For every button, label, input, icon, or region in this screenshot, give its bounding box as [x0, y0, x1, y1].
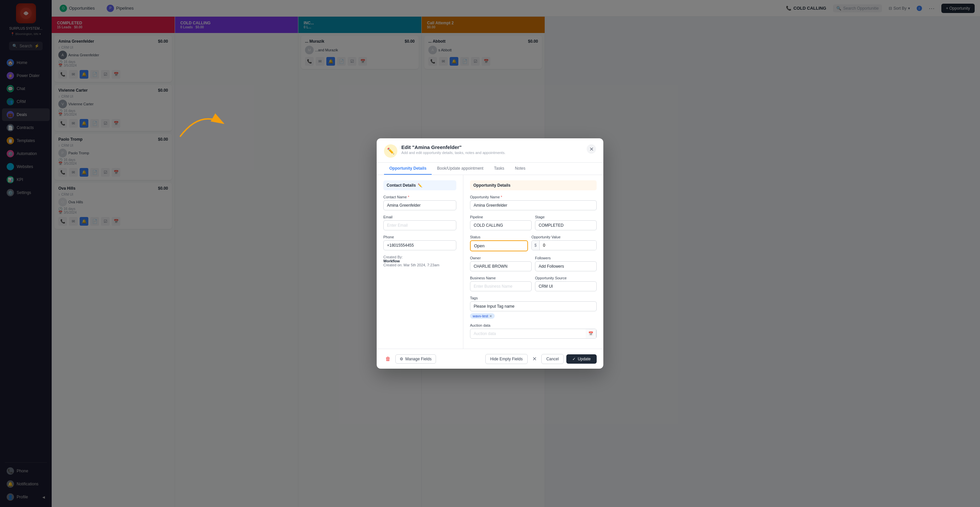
followers-field-group: Followers Add Followers — [535, 256, 597, 271]
tab-opportunity-details[interactable]: Opportunity Details — [384, 163, 432, 175]
opportunity-details-header: Opportunity Details — [470, 180, 597, 190]
opportunity-name-label: Opportunity Name * — [470, 195, 597, 199]
tags-chips: wavv-test ✕ — [470, 313, 597, 319]
modal-left-panel: Contact Details ✏️ Contact Name * Amina … — [377, 175, 463, 349]
business-name-input[interactable] — [470, 281, 532, 291]
email-label: Email — [383, 215, 457, 219]
manage-fields-icon: ⚙ — [400, 357, 403, 361]
footer-right: Hide Empty Fields ✕ Cancel ✓ Update — [485, 354, 597, 364]
update-check-icon: ✓ — [572, 357, 576, 361]
opportunity-name-input[interactable] — [470, 200, 597, 210]
stage-label: Stage — [535, 215, 597, 219]
email-input[interactable] — [383, 220, 457, 230]
tag-remove-button[interactable]: ✕ — [489, 314, 492, 318]
pipeline-field-group: Pipeline COLD CALLING — [470, 215, 532, 230]
auction-data-input-wrapper: 📅 — [470, 329, 597, 339]
tag-chip-wavv: wavv-test ✕ — [470, 313, 495, 319]
stage-field-group: Stage COMPLETED — [535, 215, 597, 230]
contact-details-icon: ✏️ — [418, 183, 422, 188]
tab-notes[interactable]: Notes — [510, 163, 531, 175]
status-value-row: Status Open Opportunity Value $ — [470, 235, 597, 251]
tab-book-appointment[interactable]: Book/Update appointment — [432, 163, 488, 175]
modal-close-button[interactable]: ✕ — [587, 144, 596, 154]
email-field-group: Email — [383, 215, 457, 230]
modal-header: ✏️ Edit "Amina Greenfelder" Add and edit… — [377, 138, 603, 163]
modal-footer: 🗑 ⚙ Manage Fields Hide Empty Fields ✕ Ca… — [377, 349, 603, 369]
opportunity-value-input[interactable] — [540, 241, 597, 250]
pipeline-stage-row: Pipeline COLD CALLING Stage COMPLETED — [470, 215, 597, 230]
status-field-group: Status Open — [470, 235, 528, 251]
hide-empty-fields-button[interactable]: Hide Empty Fields — [485, 354, 528, 364]
modal-right-panel: Opportunity Details Opportunity Name * P… — [463, 175, 603, 349]
created-by-label: Created By: — [383, 255, 457, 259]
owner-field-group: Owner CHARLIE BROWN — [470, 256, 532, 271]
owner-label: Owner — [470, 256, 532, 260]
contact-name-field-group: Contact Name * Amina Greenfelder — [383, 195, 457, 210]
followers-select[interactable]: Add Followers — [535, 261, 597, 271]
cancel-button[interactable]: Cancel — [541, 354, 564, 364]
edit-opportunity-modal: ✏️ Edit "Amina Greenfelder" Add and edit… — [377, 138, 603, 369]
modal-subtitle: Add and edit opportunity details, tasks,… — [401, 151, 505, 155]
tags-label: Tags — [470, 296, 597, 300]
auction-data-field-group: Auction data 📅 — [470, 323, 597, 339]
modal-edit-icon: ✏️ — [384, 144, 397, 158]
business-name-field-group: Business Name — [470, 276, 532, 291]
modal-title: Edit "Amina Greenfelder" — [401, 144, 505, 150]
modal-overlay: ✏️ Edit "Amina Greenfelder" Add and edit… — [0, 0, 980, 507]
modal-body: Contact Details ✏️ Contact Name * Amina … — [377, 175, 603, 349]
opportunity-source-label: Opportunity Source — [535, 276, 597, 280]
owner-select[interactable]: CHARLIE BROWN — [470, 261, 532, 271]
phone-input[interactable] — [383, 240, 457, 250]
status-label: Status — [470, 235, 528, 239]
stage-select[interactable]: COMPLETED — [535, 220, 597, 230]
update-button[interactable]: ✓ Update — [566, 354, 597, 364]
phone-field-group: Phone — [383, 235, 457, 250]
created-by-block: Created By: Workflow Created on: Mar 5th… — [383, 255, 457, 267]
contact-name-select[interactable]: Amina Greenfelder — [383, 200, 457, 210]
modal-tabs: Opportunity Details Book/Update appointm… — [377, 163, 603, 175]
opportunity-value-label: Opportunity Value — [531, 235, 597, 239]
contact-name-label: Contact Name * — [383, 195, 457, 199]
followers-label: Followers — [535, 256, 597, 260]
auction-data-input[interactable] — [470, 329, 585, 339]
opportunity-source-input[interactable] — [535, 281, 597, 291]
created-by-value: Workflow — [383, 259, 400, 263]
auction-calendar-icon[interactable]: 📅 — [585, 329, 597, 339]
cancel-x-button[interactable]: ✕ — [530, 354, 539, 364]
opportunity-value-field-group: Opportunity Value $ — [531, 235, 597, 251]
phone-label: Phone — [383, 235, 457, 239]
auction-data-label: Auction data — [470, 323, 597, 327]
tags-select[interactable]: Please Input Tag name — [470, 301, 597, 312]
manage-fields-button[interactable]: ⚙ Manage Fields — [395, 354, 436, 364]
owner-followers-row: Owner CHARLIE BROWN Followers Add Follow… — [470, 256, 597, 271]
status-value-box[interactable]: Open — [470, 240, 528, 251]
pipeline-label: Pipeline — [470, 215, 532, 219]
delete-button[interactable]: 🗑 — [383, 354, 393, 364]
pipeline-select[interactable]: COLD CALLING — [470, 220, 532, 230]
opportunity-value-input-wrapper: $ — [531, 240, 597, 250]
opportunity-name-field-group: Opportunity Name * — [470, 195, 597, 210]
business-source-row: Business Name Opportunity Source — [470, 276, 597, 291]
created-on-label: Created on: Mar 5th 2024, 7:23am — [383, 263, 457, 267]
modal-title-block: Edit "Amina Greenfelder" Add and edit op… — [401, 144, 505, 155]
tab-tasks[interactable]: Tasks — [488, 163, 510, 175]
opportunity-source-field-group: Opportunity Source — [535, 276, 597, 291]
business-name-label: Business Name — [470, 276, 532, 280]
tags-field-group: Tags Please Input Tag name wavv-test ✕ — [470, 296, 597, 319]
arrow-annotation — [173, 103, 227, 143]
footer-left: 🗑 ⚙ Manage Fields — [383, 354, 436, 364]
contact-details-header: Contact Details ✏️ — [383, 180, 457, 190]
